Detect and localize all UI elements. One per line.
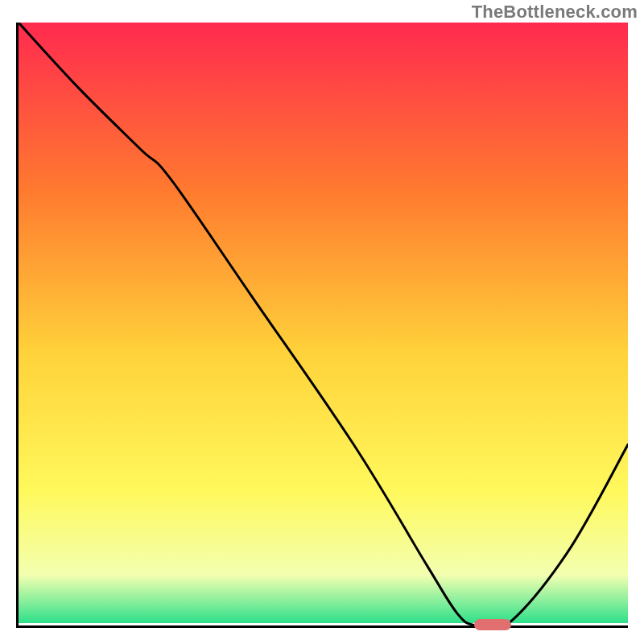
optimal-marker <box>474 619 511 630</box>
plot-svg <box>19 23 628 625</box>
chart-canvas: TheBottleneck.com <box>0 0 644 644</box>
gradient-background <box>19 23 628 623</box>
plot-area <box>16 23 628 628</box>
watermark-text: TheBottleneck.com <box>472 2 638 23</box>
